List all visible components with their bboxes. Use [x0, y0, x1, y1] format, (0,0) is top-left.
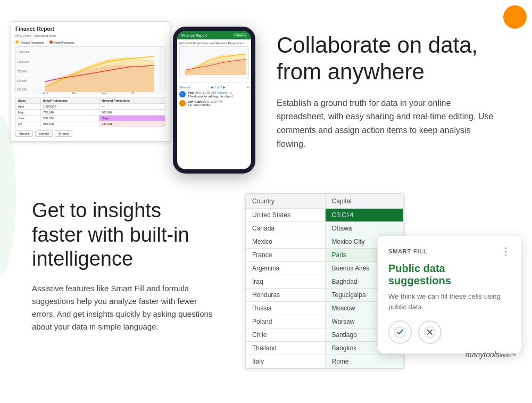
phone-chart-visual: [179, 46, 249, 78]
svg-text:500,000: 500,000: [17, 79, 27, 83]
comment-body-2: Jeff Clark Mon, 1:25 PM +1! Very helpful…: [188, 100, 222, 106]
phone-chart-title: Q2 Initial Projections and Revised Proje…: [179, 42, 249, 45]
comments-panel: View all ◀ 1 of 2 ▶ ✕ Y You Mon, 11:55 A…: [177, 83, 251, 111]
svg-text:April: April: [43, 92, 48, 94]
comment-item-1: Y You Mon, 11:55 AM Resolve ⋮ Thank you …: [179, 91, 249, 98]
desktop-chart: 1,390,000 1,000,000 700,000 500,000 250,…: [15, 46, 165, 94]
checkmark-icon: [394, 326, 406, 338]
smart-fill-label: SMART FILL: [388, 248, 427, 254]
bottom-heading: Get to insights faster with built-in int…: [32, 199, 213, 272]
phone-header: Finance Report Jason: [177, 31, 251, 39]
bottom-section: Get to insights faster with built-in int…: [0, 172, 532, 390]
share-button[interactable]: Jason: [233, 33, 247, 37]
smart-fill-menu-icon[interactable]: ⋮: [501, 245, 511, 257]
comment-nav: View all ◀ 1 of 2 ▶ ✕: [179, 85, 249, 89]
smart-fill-confirm-button[interactable]: [388, 320, 412, 344]
orange-dot-decoration: [503, 5, 527, 29]
country-cell: Chile: [246, 328, 326, 342]
comment-text-1: Thank you for adding this chart!: [188, 95, 232, 98]
svg-text:June: June: [101, 92, 107, 94]
col-sales: Sales: [16, 98, 41, 104]
country-cell: Argentina: [246, 262, 326, 275]
table-row: Canada Ottawa: [246, 222, 404, 235]
capital-cell-highlight: C3:C14: [325, 209, 403, 222]
bottom-spreadsheet-area: Country Capital United States C3:C14 Can…: [245, 193, 521, 369]
more-icon[interactable]: ⋮: [229, 91, 232, 95]
spreadsheet-mockup: Finance Report NYC Office · Marketing te…: [11, 21, 255, 142]
country-cell: Honduras: [246, 289, 326, 302]
country-cell: Canada: [246, 222, 326, 235]
svg-text:1,000,000: 1,000,000: [17, 60, 29, 63]
sheet-tab-3[interactable]: Sheet3: [55, 130, 72, 137]
col-revised: Revised Projections: [99, 98, 165, 104]
view-all-link[interactable]: View all: [179, 86, 190, 89]
smart-fill-actions: [388, 320, 511, 344]
comment-time-1: Mon, 11:55 AM: [195, 91, 216, 95]
country-cell: United States: [246, 209, 326, 222]
smart-fill-cancel-button[interactable]: [418, 320, 442, 344]
sheet-subtitle: NYC Office · Marketing team: [15, 34, 165, 37]
desktop-sheet-table: Sales Initial Projections Revised Projec…: [15, 97, 165, 127]
top-heading: Collaborate on data, from anywhere: [277, 32, 500, 86]
country-cell: Russia: [246, 302, 326, 315]
capital-cell: Rome: [325, 355, 403, 368]
phone-screen: Finance Report Jason Q2 Initial Projecti…: [177, 31, 251, 169]
table-row: June 250,574 Helga: [16, 116, 165, 121]
svg-text:700,000: 700,000: [17, 70, 27, 73]
top-text-area: Collaborate on data, from anywhere Estab…: [277, 21, 500, 151]
table-row: Q2 514,420 449,361: [16, 121, 165, 127]
svg-text:May: May: [72, 92, 77, 94]
legend-item-2: Initial Projections: [49, 40, 74, 44]
header-capital: Capital: [325, 194, 403, 209]
avatar-jeff: J: [179, 100, 186, 106]
smart-fill-header: SMART FILL ⋮: [388, 245, 511, 257]
resolve-button[interactable]: Resolve: [217, 91, 229, 95]
table-row: May 723,146 703,962: [16, 110, 165, 116]
table-row: Italy Rome: [246, 355, 404, 368]
sheet-tab-1[interactable]: Sheet1: [15, 130, 33, 137]
col-initial: Initial Projections: [40, 98, 99, 104]
smart-fill-description: We think we can fill these cells using p…: [388, 291, 511, 312]
svg-text:Q2: Q2: [131, 92, 135, 94]
legend-dot-1: [15, 40, 19, 44]
comment-text-2: +1! Very helpful.: [188, 103, 222, 106]
legend-item-1: Revised Projections: [15, 40, 44, 44]
top-section: Finance Report NYC Office · Marketing te…: [0, 0, 532, 172]
phone-mockup: Finance Report Jason Q2 Initial Projecti…: [173, 27, 255, 174]
sheet-tabs: Sheet1 Sheet2 Sheet3: [15, 130, 165, 137]
comment-item-2: J Jeff Clark Mon, 1:25 PM +1! Very helpf…: [179, 100, 249, 106]
legend-dot-2: [49, 40, 53, 44]
country-cell: France: [246, 249, 326, 262]
country-cell: Poland: [246, 315, 326, 328]
table-row: United States C3:C14: [246, 209, 404, 222]
close-comment-icon[interactable]: ✕: [246, 85, 249, 89]
bottom-text-area: Get to insights faster with built-in int…: [32, 193, 213, 333]
country-cell: Thailand: [246, 342, 326, 355]
desktop-spreadsheet: Finance Report NYC Office · Marketing te…: [11, 21, 170, 142]
phone-sheet-title: Finance Report: [181, 34, 207, 37]
country-cell: Iraq: [246, 275, 326, 289]
country-cell: Mexico: [246, 235, 326, 249]
comment-body-1: You Mon, 11:55 AM Resolve ⋮ Thank you fo…: [188, 91, 232, 98]
page-wrapper: Finance Report NYC Office · Marketing te…: [0, 0, 532, 390]
smart-fill-popup: SMART FILL ⋮ Public data suggestions We …: [378, 236, 521, 353]
svg-text:1,390,000: 1,390,000: [17, 51, 29, 54]
top-description: Establish a ground truth for data in you…: [277, 96, 500, 151]
bottom-description: Assistive features like Smart Fill and f…: [32, 282, 213, 333]
sheet-title: Finance Report: [15, 26, 165, 32]
smart-fill-title: Public data suggestions: [388, 262, 511, 287]
country-cell: Italy: [246, 355, 326, 368]
svg-text:250,000: 250,000: [17, 88, 27, 91]
comment-author-1: You: [188, 91, 194, 95]
table-row: April 1,390,000 —: [16, 104, 165, 110]
avatar-you: Y: [179, 91, 186, 97]
capital-cell: Ottawa: [325, 222, 403, 235]
chart-legend: Revised Projections Initial Projections: [15, 40, 165, 44]
header-country: Country: [246, 194, 326, 209]
sheet-tab-2[interactable]: Sheet2: [35, 130, 53, 137]
manytools-logo: manytoolstools™: [466, 350, 516, 359]
close-icon: [424, 326, 436, 338]
comment-arrows[interactable]: ◀ 1 of 2 ▶: [211, 85, 226, 89]
phone-chart-area: Q2 Initial Projections and Revised Proje…: [177, 39, 251, 83]
